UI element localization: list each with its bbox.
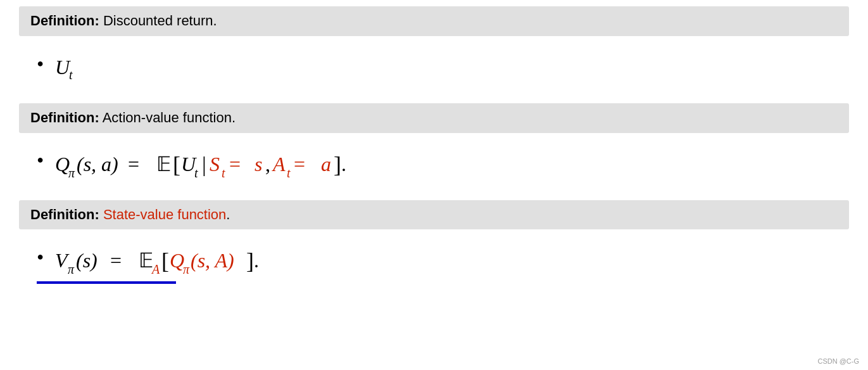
definition-label-3: Definition: [30, 207, 99, 222]
blue-underline [37, 281, 176, 284]
svg-text:]: ] [246, 248, 254, 274]
formula-discounted-return: U t = R t + γ · R t+1 + γ [55, 48, 625, 86]
svg-text:π: π [68, 166, 75, 180]
svg-text:π: π [183, 262, 190, 276]
svg-text:=: = [229, 153, 241, 175]
definition-header-2: Definition: Action-value function. [19, 103, 849, 133]
svg-text:(s, A): (s, A) [191, 249, 234, 272]
svg-text:(s, a): (s, a) [77, 153, 118, 175]
svg-text:t: t [287, 166, 291, 180]
watermark: CSDN @C-G [817, 357, 859, 365]
svg-text:S: S [210, 153, 220, 175]
formula-line-2: • Q π (s, a) = 𝔼 [ U t | S [19, 133, 849, 196]
formula-state-value: V π (s) = 𝔼 A [ Q π (s, A) ] . [55, 241, 410, 279]
bullet-3: • [37, 246, 44, 269]
svg-text:|: | [202, 153, 206, 176]
formula-line-1: • U t = R t + γ · R [19, 36, 849, 99]
svg-text:A: A [151, 262, 160, 276]
svg-text:=: = [110, 249, 122, 272]
definition-header-3: Definition: State-value function. [19, 200, 849, 230]
svg-text:π: π [68, 262, 75, 276]
page-container: Definition: Discounted return. • U t = R… [0, 0, 868, 297]
svg-text:(s): (s) [76, 249, 97, 272]
svg-text:.: . [341, 153, 346, 175]
svg-text:A: A [272, 153, 286, 175]
block-state-value: Definition: State-value function. • V π … [19, 200, 849, 284]
svg-text:=: = [294, 153, 305, 175]
bullet-1: • [37, 53, 44, 75]
definition-text-1: Discounted return. [99, 13, 217, 29]
formula-action-value: Q π (s, a) = 𝔼 [ U t | S t = [55, 144, 498, 182]
svg-text:𝔼: 𝔼 [139, 249, 153, 272]
block-action-value: Definition: Action-value function. • Q π… [19, 103, 849, 196]
svg-text:,: , [265, 153, 270, 175]
svg-text:s: s [255, 153, 262, 175]
definition-label-1: Definition: [30, 13, 99, 29]
definition-text-red-3: State-value function [99, 207, 227, 222]
svg-text:Q: Q [55, 153, 70, 175]
svg-text:.: . [254, 249, 259, 272]
formula-line-3: • V π (s) = 𝔼 A [ Q π (s, A) [19, 229, 849, 285]
svg-text:t: t [222, 166, 225, 180]
svg-text:[: [ [161, 248, 169, 274]
svg-text:𝔼: 𝔼 [156, 153, 171, 175]
block-discounted-return: Definition: Discounted return. • U t = R… [19, 6, 849, 99]
definition-text-2: Action-value function. [99, 110, 236, 125]
svg-text:=: = [128, 153, 139, 175]
svg-text:t: t [194, 166, 198, 180]
bullet-2: • [37, 149, 44, 172]
definition-label-2: Definition: [30, 110, 99, 125]
definition-header-1: Definition: Discounted return. [19, 6, 849, 36]
svg-text:a: a [321, 153, 331, 175]
svg-text:]: ] [334, 152, 341, 177]
definition-text-plain-3: . [226, 207, 230, 222]
svg-text:Q: Q [170, 249, 184, 272]
svg-text:t
        
         = 
       : t = R t + γ · R t+1 + γ 2 [69, 68, 73, 82]
svg-text:[: [ [173, 152, 180, 177]
